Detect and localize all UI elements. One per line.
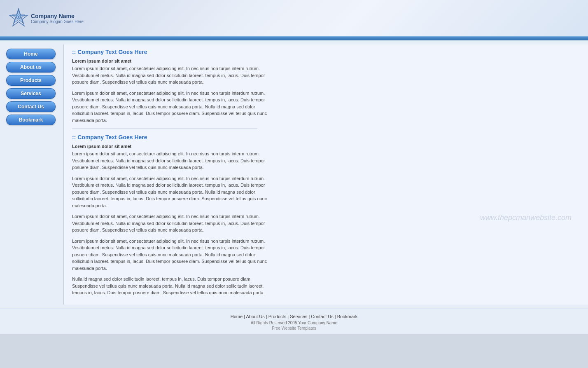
logo-container: Company Name Company Slogan Goes Here: [8, 8, 84, 28]
nav-bookmark[interactable]: Bookmark: [6, 115, 56, 125]
footer-nav-about[interactable]: About Us: [246, 314, 264, 319]
footer-copyright: All Rights Reserved 2005 Your Company Na…: [4, 321, 584, 325]
footer-nav-home[interactable]: Home: [231, 314, 243, 319]
section1-para1: Lorem ipsum dolor sit amet, consectetuer…: [72, 65, 270, 86]
footer: Home | About Us | Products | Services | …: [0, 309, 588, 334]
nav-services[interactable]: Services: [6, 88, 56, 99]
separator-bar: [0, 37, 588, 40]
section2-para4: Lorem ipsum dolor sit amet, consectetuer…: [72, 238, 270, 272]
company-name: Company Name: [31, 13, 84, 19]
section-1: Company Text Goes Here Lorem ipsum dolor…: [72, 49, 580, 124]
section1-title: Company Text Goes Here: [72, 49, 580, 55]
company-info: Company Name Company Slogan Goes Here: [31, 13, 84, 24]
svg-point-3: [18, 16, 19, 18]
main-content: Company Text Goes Here Lorem ipsum dolor…: [64, 45, 588, 305]
footer-nav-products[interactable]: Products: [268, 314, 286, 319]
nav-about[interactable]: About us: [6, 62, 56, 73]
section2-title: Company Text Goes Here: [72, 134, 580, 141]
footer-nav: Home | About Us | Products | Services | …: [4, 314, 584, 319]
company-logo-icon: [8, 8, 29, 28]
content-divider: [72, 129, 257, 129]
footer-nav-services[interactable]: Services: [290, 314, 307, 319]
company-slogan: Company Slogan Goes Here: [31, 19, 84, 24]
nav-contact[interactable]: Contact Us: [6, 101, 56, 112]
header: Company Name Company Slogan Goes Here: [0, 0, 588, 37]
section2-para3: Lorem ipsum dolor sit amet, consectetuer…: [72, 213, 270, 234]
footer-template-credit: Free Website Templates: [4, 326, 584, 330]
section2-para1: Lorem ipsum dolor sit amet, consectetuer…: [72, 150, 270, 171]
sidebar: Home About us Products Services Contact …: [0, 45, 64, 305]
nav-products[interactable]: Products: [6, 75, 56, 86]
section-2: Company Text Goes Here Lorem ipsum dolor…: [72, 134, 580, 296]
section2-subtitle: Lorem ipsum dolor sit amet: [72, 144, 580, 149]
nav-home[interactable]: Home: [6, 49, 56, 59]
section2-para2: Lorem ipsum dolor sit amet, consectetuer…: [72, 175, 270, 209]
section1-para2: Lorem ipsum dolor sit amet, consectetuer…: [72, 90, 270, 124]
footer-nav-bookmark[interactable]: Bookmark: [337, 314, 358, 319]
main-wrapper: Home About us Products Services Contact …: [0, 40, 588, 309]
section1-subtitle: Lorem ipsum dolor sit amet: [72, 59, 580, 63]
section2-para5: Nulla id magna sed dolor sollicitudin la…: [72, 276, 270, 296]
footer-nav-contact[interactable]: Contact Us: [311, 314, 333, 319]
